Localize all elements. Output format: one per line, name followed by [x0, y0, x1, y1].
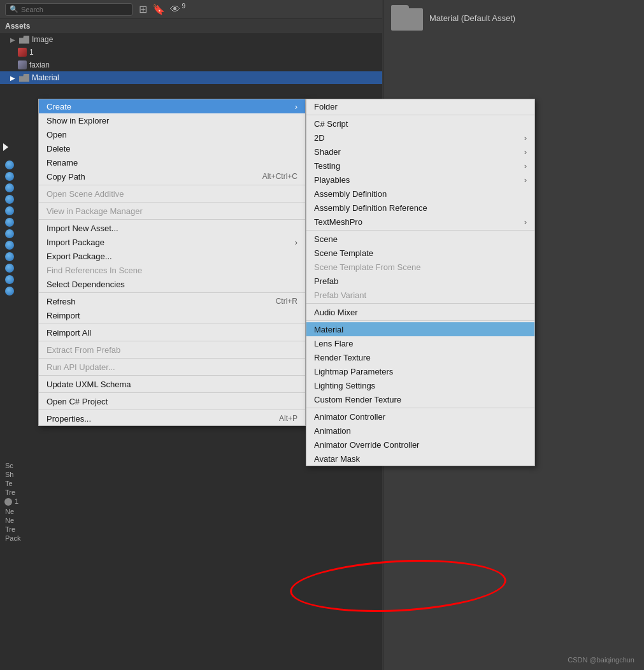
menu-item-prefab-variant: Prefab Variant — [306, 288, 534, 302]
assets-header: Assets — [0, 19, 382, 33]
blue-circle — [5, 241, 14, 250]
bottom-item-sh: Sh — [0, 470, 38, 479]
separator-r2 — [306, 230, 534, 231]
menu-item-copy-path[interactable]: Copy Path Alt+Ctrl+C — [39, 169, 305, 183]
folder-tab — [391, 5, 409, 13]
menu-item-2d[interactable]: 2D › — [306, 131, 534, 145]
inspector-title: Material (Default Asset) — [429, 13, 515, 23]
menu-item-csharp-script[interactable]: C# Script — [306, 117, 534, 131]
shortcut-copy-path: Alt+Ctrl+C — [262, 172, 297, 181]
menu-item-audio-mixer[interactable]: Audio Mixer — [306, 305, 534, 319]
menu-item-open-csharp[interactable]: Open C# Project — [39, 394, 305, 408]
menu-item-view-package: View in Package Manager — [39, 204, 305, 218]
separator-1 — [39, 185, 305, 185]
menu-item-avatar-mask[interactable]: Avatar Mask — [306, 452, 534, 466]
separator-5 — [39, 324, 305, 324]
arrow-icon: › — [295, 238, 297, 247]
asset-label: faxian — [29, 61, 50, 69]
separator-r5 — [306, 408, 534, 408]
menu-item-delete[interactable]: Delete — [39, 141, 305, 155]
menu-item-import-new[interactable]: Import New Asset... — [39, 221, 305, 235]
arrow-icon-testing: › — [524, 161, 527, 171]
separator-r3 — [306, 303, 534, 304]
bottom-item-tre: Tre — [0, 488, 38, 497]
asset-image-folder[interactable]: ▶ Image — [0, 33, 382, 46]
menu-item-show-explorer[interactable]: Show in Explorer — [39, 113, 305, 127]
menu-item-animator-override[interactable]: Animator Override Controller — [306, 438, 534, 452]
menu-item-create[interactable]: Create › — [39, 99, 305, 113]
blue-circle — [5, 264, 14, 273]
asset-label: Image — [32, 35, 53, 44]
menu-item-custom-render-texture[interactable]: Custom Render Texture — [306, 392, 534, 406]
asset-material-folder[interactable]: ▶ Material — [0, 71, 382, 84]
svg-point-0 — [4, 498, 12, 506]
blue-circle — [5, 229, 14, 238]
separator-r4 — [306, 320, 534, 321]
search-box[interactable]: 🔍 Search — [5, 3, 132, 16]
menu-item-select-deps[interactable]: Select Dependencies — [39, 277, 305, 291]
menu-item-material[interactable]: Material — [306, 322, 534, 336]
menu-item-lightmap-params[interactable]: Lightmap Parameters — [306, 364, 534, 378]
blue-circle — [5, 287, 14, 296]
menu-item-testing[interactable]: Testing › — [306, 159, 534, 173]
side-icon-1 — [0, 159, 19, 171]
unity-icon — [4, 497, 13, 506]
side-icon-5 — [0, 205, 19, 217]
arrow-icon-playables: › — [524, 175, 527, 185]
menu-item-reimport-all[interactable]: Reimport All — [39, 325, 305, 339]
menu-item-lighting-settings[interactable]: Lighting Settings — [306, 378, 534, 392]
menu-item-refresh[interactable]: Refresh Ctrl+R — [39, 294, 305, 308]
menu-item-find-refs: Find References In Scene — [39, 263, 305, 277]
menu-item-rename[interactable]: Rename — [39, 155, 305, 169]
menu-item-scene-template[interactable]: Scene Template — [306, 246, 534, 260]
folder-icon — [19, 36, 29, 44]
side-icon-4 — [0, 194, 19, 205]
separator-3 — [39, 219, 305, 220]
menu-item-assembly-def-ref[interactable]: Assembly Definition Reference — [306, 201, 534, 215]
blue-circle — [5, 160, 14, 169]
context-menu-left: Create › Show in Explorer Open Delete Re… — [38, 99, 306, 426]
menu-item-folder[interactable]: Folder — [306, 99, 534, 113]
menu-item-update-uxml[interactable]: Update UXML Schema — [39, 377, 305, 391]
menu-item-properties[interactable]: Properties... Alt+P — [39, 411, 305, 425]
menu-item-assembly-def[interactable]: Assembly Definition — [306, 187, 534, 201]
menu-item-reimport[interactable]: Reimport — [39, 308, 305, 322]
asset-item-faxian[interactable]: faxian — [0, 59, 382, 71]
bottom-item-1-icon: 1 — [0, 497, 38, 507]
side-icon-11 — [0, 274, 19, 285]
menu-item-animator-controller[interactable]: Animator Controller — [306, 410, 534, 424]
side-icon-6 — [0, 217, 19, 228]
top-toolbar: 🔍 Search ⊞ 🔖 👁 9 — [0, 0, 382, 19]
blue-circle — [5, 275, 14, 284]
blue-circle — [5, 183, 14, 192]
menu-item-shader[interactable]: Shader › — [306, 145, 534, 159]
side-icon-8 — [0, 239, 19, 251]
icon3: 👁 9 — [170, 4, 180, 15]
menu-item-render-texture[interactable]: Render Texture — [306, 350, 534, 364]
blue-circle — [5, 172, 14, 181]
shortcut-properties: Alt+P — [279, 414, 297, 423]
search-placeholder: Search — [21, 6, 43, 13]
side-icon-12 — [0, 285, 19, 297]
asset-item-1[interactable]: 1 — [0, 46, 382, 59]
blue-circle — [5, 218, 14, 227]
menu-item-scene[interactable]: Scene — [306, 232, 534, 246]
menu-item-textmeshpro[interactable]: TextMeshPro › — [306, 215, 534, 229]
menu-item-animation[interactable]: Animation — [306, 424, 534, 438]
bottom-assets: Sc Sh Te Tre 1 Ne Ne Tre Pack — [0, 461, 38, 543]
menu-item-prefab[interactable]: Prefab — [306, 274, 534, 288]
menu-item-import-package[interactable]: Import Package › — [39, 235, 305, 249]
menu-item-lens-flare[interactable]: Lens Flare — [306, 336, 534, 350]
blue-circle — [5, 252, 14, 261]
bottom-item-ne2: Ne — [0, 516, 38, 525]
menu-item-export-package[interactable]: Export Package... — [39, 249, 305, 263]
asset-label: 1 — [29, 48, 34, 57]
menu-item-open[interactable]: Open — [39, 127, 305, 141]
menu-item-playables[interactable]: Playables › — [306, 173, 534, 187]
arrow-icon-tmp: › — [524, 217, 527, 227]
bottom-item-tre2: Tre — [0, 525, 38, 534]
inspector-header: Material (Default Asset) — [383, 0, 644, 36]
bottom-item-pack: Pack — [0, 534, 38, 543]
arrow-icon: › — [295, 102, 297, 111]
bottom-item-sc: Sc — [0, 461, 38, 470]
